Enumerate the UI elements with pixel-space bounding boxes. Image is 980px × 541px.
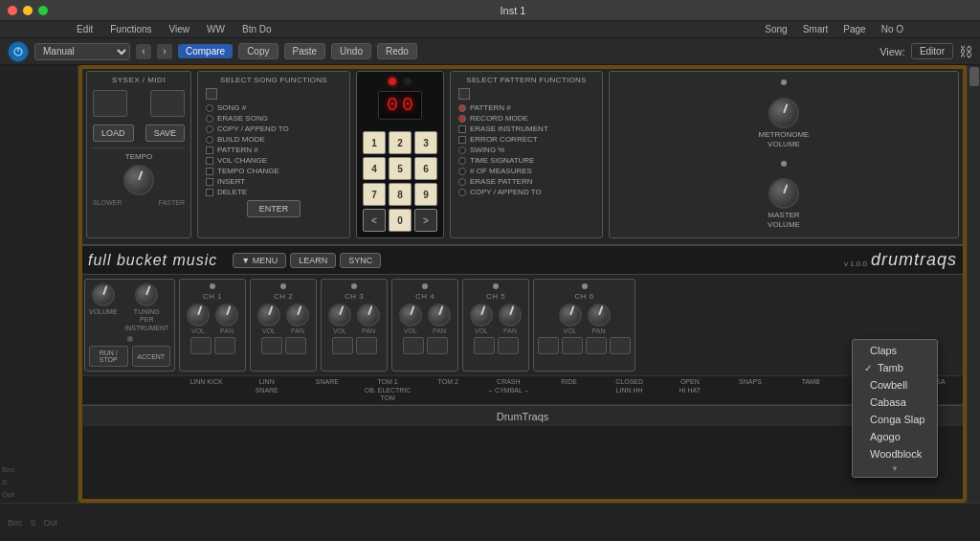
key-6[interactable]: 6: [414, 157, 437, 180]
dropdown-woodblock[interactable]: Woodblock: [853, 445, 937, 462]
ch2-vol-knob[interactable]: [257, 304, 280, 327]
paste-button[interactable]: Paste: [284, 43, 326, 59]
compare-button[interactable]: Compare: [178, 44, 233, 58]
chk-tempo-change[interactable]: [206, 168, 213, 175]
ch3-btn-2[interactable]: [356, 337, 377, 354]
menu-no-o[interactable]: No O: [881, 24, 903, 34]
ch5-btn-1[interactable]: [474, 337, 495, 354]
ch4-pan-knob[interactable]: [428, 304, 451, 327]
key-2[interactable]: 2: [389, 131, 412, 154]
enter-button[interactable]: ENTER: [247, 200, 301, 217]
radio-swing[interactable]: [458, 147, 466, 154]
key-5[interactable]: 5: [389, 157, 412, 180]
menu-smart[interactable]: Smart: [803, 24, 829, 34]
dropdown-agogo[interactable]: Agogo: [853, 428, 937, 445]
menu-ww[interactable]: WW: [207, 24, 225, 34]
right-scrollbar[interactable]: [967, 65, 980, 503]
ch6-pan-knob[interactable]: [588, 304, 611, 327]
ch5-pan-knob[interactable]: [499, 304, 522, 327]
key-8[interactable]: 8: [389, 183, 412, 206]
run-stop-button[interactable]: RUN / STOP: [89, 346, 128, 367]
chk-pattern-num[interactable]: [206, 147, 213, 154]
ch1-pan-knob[interactable]: [215, 304, 238, 327]
radio-song-num[interactable]: [206, 104, 213, 112]
chk-vol-change[interactable]: [206, 157, 213, 165]
key-3[interactable]: 3: [414, 131, 437, 154]
menu-page[interactable]: Page: [843, 24, 865, 34]
chain-icon[interactable]: ⛓: [959, 44, 972, 59]
dropdown-tamb[interactable]: ✓ Tamb: [853, 359, 937, 376]
close-button[interactable]: [8, 6, 17, 15]
dropdown-cowbell[interactable]: Cowbell: [853, 376, 937, 394]
tempo-knob[interactable]: [123, 165, 154, 195]
key-1[interactable]: 1: [363, 131, 386, 154]
ch5-btn-2[interactable]: [498, 337, 519, 354]
dropdown-scroll-down[interactable]: ▼: [853, 462, 937, 475]
undo-button[interactable]: Undo: [331, 43, 371, 59]
maximize-button[interactable]: [38, 6, 48, 15]
ch4-btn-1[interactable]: [403, 337, 424, 354]
ch1-btn-2[interactable]: [214, 337, 235, 354]
radio-copy-append[interactable]: [206, 125, 213, 133]
nav-back-button[interactable]: ‹: [136, 44, 151, 59]
redo-button[interactable]: Redo: [377, 43, 417, 59]
radio-num-measures[interactable]: [458, 168, 466, 175]
power-button[interactable]: [8, 41, 29, 62]
editor-button[interactable]: Editor: [911, 43, 953, 59]
ch2-btn-1[interactable]: [261, 337, 282, 354]
dropdown-cabasa[interactable]: Cabasa: [853, 394, 937, 411]
sync-button[interactable]: SYNC: [340, 253, 381, 268]
learn-button[interactable]: LEARN: [290, 253, 336, 268]
ch1-btn-1[interactable]: [190, 337, 212, 354]
ch6-vol-knob[interactable]: [559, 304, 582, 327]
menu-functions[interactable]: Functions: [110, 24, 151, 34]
chk-delete[interactable]: [206, 189, 213, 196]
ch6-btn-1[interactable]: [538, 337, 559, 354]
menu-song[interactable]: Song: [765, 24, 787, 34]
key-0[interactable]: 0: [389, 209, 412, 232]
radio-record-mode[interactable]: [458, 115, 466, 123]
save-button[interactable]: SAVE: [145, 124, 185, 142]
manual-select[interactable]: Manual: [34, 43, 130, 60]
master-volume-knob[interactable]: [768, 178, 799, 209]
radio-pattern-num[interactable]: [458, 104, 466, 112]
ch5-vol-knob[interactable]: [470, 304, 493, 327]
minimize-button[interactable]: [23, 6, 33, 15]
tuning-knob[interactable]: [135, 283, 158, 306]
volume-knob[interactable]: [92, 283, 115, 306]
ch2-pan-knob[interactable]: [286, 304, 309, 327]
key-left[interactable]: <: [363, 209, 386, 232]
ch4-vol-knob[interactable]: [399, 304, 422, 327]
key-9[interactable]: 9: [414, 183, 437, 206]
nav-forward-button[interactable]: ›: [157, 44, 172, 59]
metro-volume-knob[interactable]: [768, 98, 799, 128]
menu-dropdown-button[interactable]: ▼ MENU: [233, 253, 286, 268]
key-right[interactable]: >: [414, 209, 437, 232]
menu-btn-do[interactable]: Btn Do: [242, 24, 272, 34]
menu-edit[interactable]: Edit: [77, 24, 93, 34]
radio-build-mode[interactable]: [206, 136, 213, 144]
chk-erase-inst[interactable]: [458, 125, 466, 133]
radio-erase-pattern[interactable]: [458, 178, 466, 186]
key-7[interactable]: 7: [363, 183, 386, 206]
accent-button[interactable]: ACCENT: [132, 346, 171, 367]
radio-erase-song[interactable]: [206, 115, 213, 123]
copy-button[interactable]: Copy: [238, 43, 278, 59]
key-4[interactable]: 4: [363, 157, 386, 180]
ch3-pan-knob[interactable]: [357, 304, 380, 327]
ch4-btn-2[interactable]: [427, 337, 448, 354]
ch2-btn-2[interactable]: [285, 337, 306, 354]
dropdown-conga-slap[interactable]: Conga Slap: [853, 411, 937, 428]
chk-insert[interactable]: [206, 178, 213, 186]
ch6-btn-3[interactable]: [586, 337, 607, 354]
radio-copy-append-p[interactable]: [458, 189, 466, 196]
ch3-vol-knob[interactable]: [328, 304, 351, 327]
dropdown-claps[interactable]: Claps: [853, 342, 937, 359]
ch6-btn-4[interactable]: [610, 337, 631, 354]
menu-view[interactable]: View: [169, 24, 190, 34]
ch3-btn-1[interactable]: [332, 337, 353, 354]
radio-time-sig[interactable]: [458, 157, 466, 165]
ch6-btn-2[interactable]: [562, 337, 583, 354]
ch1-vol-knob[interactable]: [187, 304, 210, 327]
chk-error-correct[interactable]: [458, 136, 466, 144]
